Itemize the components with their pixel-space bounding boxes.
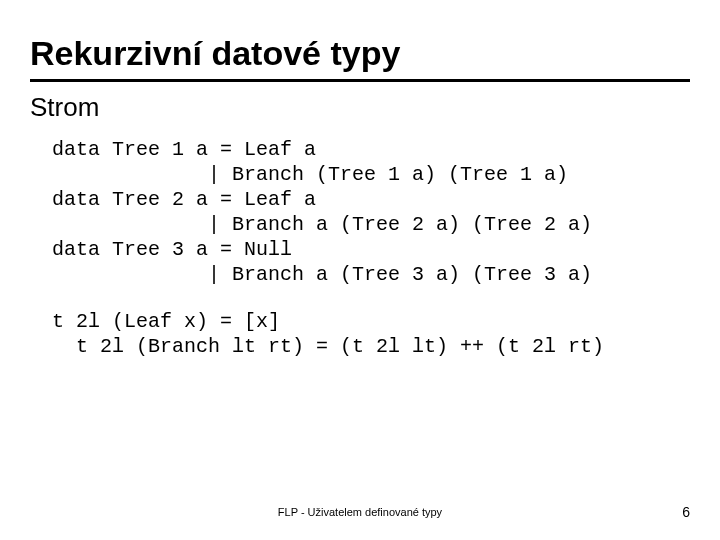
code-block-2: t 2l (Leaf x) = [x] t 2l (Branch lt rt) … <box>52 309 690 359</box>
title-rule <box>30 79 690 82</box>
slide-subtitle: Strom <box>30 92 690 123</box>
slide-title: Rekurzivní datové typy <box>30 34 690 73</box>
footer-center-text: FLP - Uživatelem definované typy <box>0 506 720 518</box>
footer-page-number: 6 <box>682 504 690 520</box>
code-block-1: data Tree 1 a = Leaf a | Branch (Tree 1 … <box>52 137 690 287</box>
slide: Rekurzivní datové typy Strom data Tree 1… <box>0 0 720 540</box>
code-gap <box>30 287 690 309</box>
